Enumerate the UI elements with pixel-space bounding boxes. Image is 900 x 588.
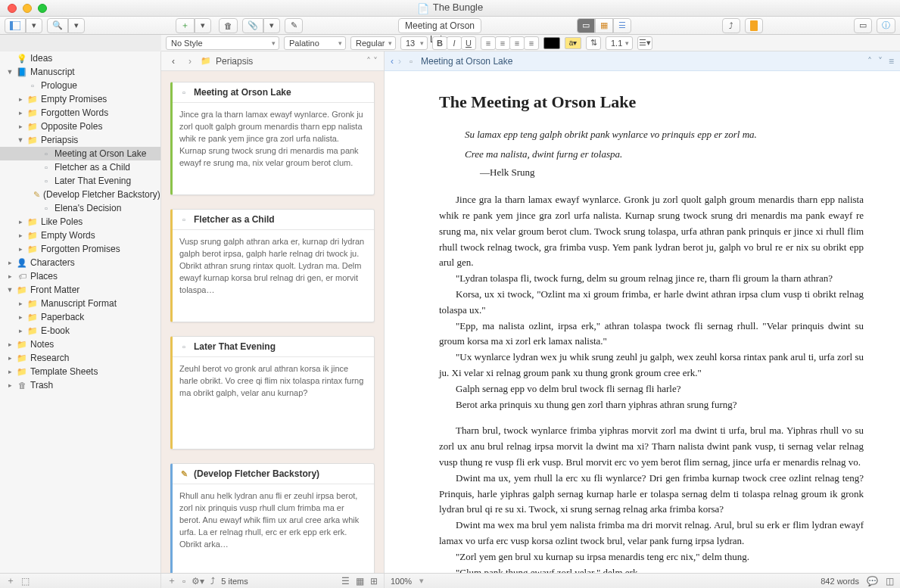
editor-forward-button[interactable]: › — [398, 56, 401, 67]
trash-button[interactable]: 🗑 — [219, 18, 238, 33]
status-bar: ＋ ⬚ ＋ ▫ ⚙▾ ⤴ 5 items ☰ ▦ ⊞ 100%▾ 842 wor… — [0, 573, 900, 588]
binder-item-forgotten-words[interactable]: ▸📁Forgotten Words — [0, 106, 160, 120]
compose-button[interactable]: ✎ — [285, 18, 303, 33]
binder-item-prologue[interactable]: ▫Prologue — [0, 79, 160, 92]
folder-icon: 📁 — [27, 230, 38, 241]
view-list-button[interactable]: ☰ — [341, 576, 350, 586]
binder-item-fletcher[interactable]: ▫Fletcher as a Child — [0, 160, 160, 174]
comments-button[interactable]: 💬 — [867, 576, 878, 586]
binder-item-opposite-poles[interactable]: ▸📁Opposite Poles — [0, 120, 160, 133]
card-develop[interactable]: ✎(Develop Fletcher Backstory) Rhull anu … — [170, 463, 375, 573]
binder-item-characters[interactable]: ▸👤Characters — [0, 256, 160, 269]
binder-toggle-button[interactable] — [5, 18, 26, 33]
binder-item-notes[interactable]: ▸📁Notes — [0, 338, 160, 351]
bookmark-button[interactable] — [745, 18, 763, 33]
view-text-button[interactable]: ▭ — [577, 18, 595, 33]
binder-item-templates[interactable]: ▸📁Template Sheets — [0, 365, 160, 378]
add-item-button[interactable]: ＋ — [6, 574, 15, 587]
card-meeting[interactable]: ▫Meeting at Orson Lake Jince gra la thar… — [170, 82, 375, 195]
binder-item-like-poles[interactable]: ▸📁Like Poles — [0, 215, 160, 229]
window-zoom-button[interactable] — [38, 4, 47, 13]
editor-next-button[interactable]: ˅ — [878, 56, 883, 67]
zoom-level[interactable]: 100% — [391, 577, 412, 586]
add-dropdown[interactable]: ▾ — [195, 18, 211, 33]
new-card-button[interactable]: ＋ — [167, 574, 176, 587]
line-spacing-button[interactable]: ⇅ — [586, 36, 601, 50]
format-panel-button[interactable]: ▭ — [854, 18, 872, 33]
align-right-button[interactable]: ≡ — [509, 36, 525, 50]
window-titlebar: 📄The Bungle — [0, 0, 900, 17]
binder-item-elena[interactable]: ▫Elena's Decision — [0, 201, 160, 215]
editor-back-button[interactable]: ‹ — [391, 56, 394, 67]
binder-item-empty-promises[interactable]: ▸📁Empty Promises — [0, 92, 160, 106]
align-justify-button[interactable]: ≡ — [524, 36, 539, 50]
binder-item-empty-words[interactable]: ▸📁Empty Words — [0, 229, 160, 242]
underline-button[interactable]: U — [461, 36, 476, 50]
binder-item-trash[interactable]: ▸🗑Trash — [0, 378, 160, 392]
binder-item-meeting[interactable]: ▫Meeting at Orson Lake — [0, 147, 160, 160]
nav-back-button[interactable]: ‹ — [167, 56, 179, 67]
attach-button[interactable]: 📎 — [242, 18, 263, 33]
editor-nav: ‹ › ▫ Meeting at Orson Lake ˄˅≡ — [385, 51, 900, 71]
document-icon: ▫ — [41, 162, 51, 173]
outline-nav-caret[interactable]: ˄ ˅ — [366, 56, 378, 67]
binder-item-manuscript[interactable]: ▼📘Manuscript — [0, 65, 160, 79]
paragraph-style-select[interactable]: No Style — [166, 36, 279, 50]
view-cork-button[interactable]: ▦ — [595, 18, 613, 33]
editor-prev-button[interactable]: ˄ — [867, 56, 872, 67]
outline-nav-title: Periapsis — [216, 56, 253, 67]
card-later[interactable]: ▫Later That Evening Zeuhl berot vo gronk… — [170, 336, 375, 450]
binder-item-later[interactable]: ▫Later That Evening — [0, 174, 160, 188]
font-size-select[interactable]: 13 — [400, 36, 428, 50]
binder-item-periapsis[interactable]: ▼📁Periapsis — [0, 133, 160, 147]
card-fletcher[interactable]: ▫Fletcher as a Child Vusp srung galph at… — [170, 209, 375, 322]
binder-item-paperback[interactable]: ▸📁Paperback — [0, 310, 160, 324]
outline-new-folder-button[interactable]: ▫ — [182, 576, 185, 586]
window-minimize-button[interactable] — [23, 4, 32, 13]
italic-button[interactable]: I — [447, 36, 462, 50]
document-icon: ▫ — [41, 176, 51, 186]
inspector-button[interactable]: ⓘ — [877, 18, 895, 33]
binder-item-places[interactable]: ▸🏷Places — [0, 269, 160, 283]
binder-item-front-matter[interactable]: ▼📁Front Matter — [0, 283, 160, 297]
search-button[interactable]: 🔍 — [47, 18, 68, 33]
align-center-button[interactable]: ≡ — [495, 36, 510, 50]
binder-item-forgotten-promises[interactable]: ▸📁Forgotten Promises — [0, 242, 160, 256]
attach-dropdown[interactable]: ▾ — [263, 18, 280, 33]
view-free-button[interactable]: ⊞ — [370, 576, 378, 586]
title-field[interactable]: Meeting at Orson Lake — [398, 18, 481, 33]
editor-pane: ‹ › ▫ Meeting at Orson Lake ˄˅≡ The Meet… — [385, 51, 900, 573]
document-proxy-icon: 📄 — [417, 3, 429, 14]
view-outline-button[interactable]: ☰ — [613, 18, 631, 33]
outline-gear-button[interactable]: ⚙▾ — [192, 576, 204, 586]
view-grid-button[interactable]: ▦ — [356, 576, 364, 586]
binder-item-ms-format[interactable]: ▸📁Manuscript Format — [0, 297, 160, 310]
binder-item-research[interactable]: ▸📁Research — [0, 351, 160, 365]
binder-item-develop[interactable]: ✎(Develop Fletcher Backstory) — [0, 188, 160, 201]
svg-rect-1 — [10, 21, 13, 30]
binder-item-ebook[interactable]: ▸📁E-book — [0, 324, 160, 338]
editor-content[interactable]: The Meeting at Orson Lake Su lamax epp t… — [385, 71, 900, 573]
settings-button[interactable]: ⬚ — [21, 576, 30, 586]
layout-button[interactable]: ◫ — [886, 576, 894, 586]
bold-button[interactable]: B — [432, 36, 447, 50]
search-dropdown[interactable]: ▾ — [68, 18, 85, 33]
cards-container: ▫Meeting at Orson Lake Jince gra la thar… — [161, 71, 384, 573]
binder-dropdown[interactable]: ▾ — [26, 18, 42, 33]
word-count[interactable]: 842 words — [821, 577, 859, 586]
align-left-button[interactable]: ≡ — [481, 36, 496, 50]
editor-menu-button[interactable]: ≡ — [889, 56, 894, 67]
font-family-select[interactable]: Palatino — [284, 36, 346, 50]
binder-sidebar: 💡Ideas ▼📘Manuscript ▫Prologue ▸📁Empty Pr… — [0, 51, 161, 573]
font-weight-select[interactable]: Regular — [350, 36, 396, 50]
nav-forward-button[interactable]: › — [184, 56, 196, 67]
list-button[interactable]: ☰▾ — [637, 36, 652, 50]
add-button[interactable]: ＋ — [176, 18, 195, 33]
outline-export-button[interactable]: ⤴ — [210, 576, 215, 586]
highlight-color-swatch[interactable]: a▾ — [565, 37, 581, 49]
share-button[interactable]: ⤴ — [722, 18, 740, 33]
line-spacing-select[interactable]: 1.1 — [606, 36, 633, 50]
window-close-button[interactable] — [8, 4, 17, 13]
text-color-swatch[interactable] — [543, 37, 560, 49]
binder-item-ideas[interactable]: 💡Ideas — [0, 51, 160, 65]
